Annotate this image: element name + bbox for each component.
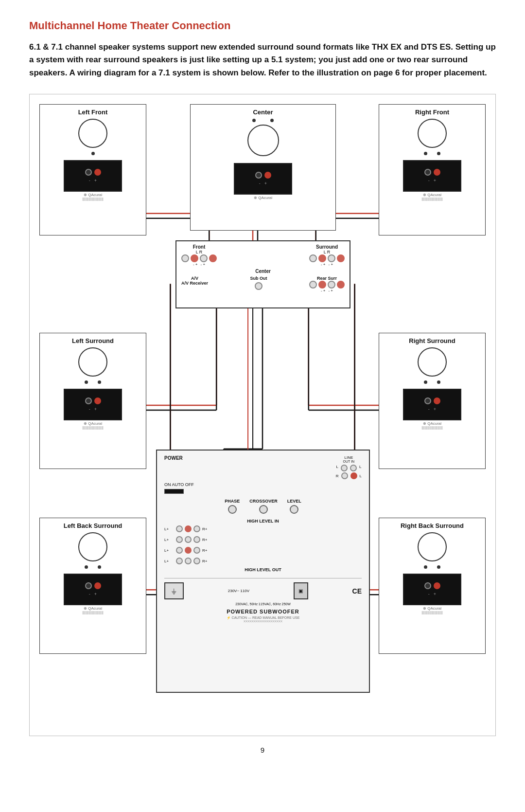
surr-r-terminal: [328, 254, 335, 262]
sub-line-r2: [350, 472, 357, 479]
center-crossover: - +: [234, 163, 292, 195]
ls-dots: [85, 380, 101, 384]
rs-crossover: - +: [403, 389, 461, 420]
left-front-dots: [91, 152, 95, 155]
hli-9: [193, 547, 200, 554]
r-line-label: R: [336, 474, 339, 478]
c-pos: +: [264, 181, 267, 186]
crossover-label: CROSSOVER: [249, 499, 278, 504]
center-speaker: Center - + ⊕ QAcural: [190, 104, 336, 231]
powered-subwoofer: POWER LINE OUT IN L L R L: [156, 450, 370, 693]
right-front-speaker: Right Front - + ⊕ QAcural ||||||||||||||…: [379, 104, 486, 235]
right-back-surround-speaker: Right Back Surround - + ⊕ QAcural ||||||…: [379, 518, 486, 654]
lbs-cone: [78, 532, 107, 561]
front-polarity: - + - +: [193, 262, 205, 267]
rf-terminal-2: [434, 169, 440, 176]
rs-dots: [424, 380, 440, 384]
front-l-red: [191, 254, 198, 262]
hli-8: [185, 547, 192, 554]
left-back-surround-speaker: Left Back Surround - + ⊕ QAcural |||||||…: [39, 518, 146, 654]
ls-crossover: - +: [64, 389, 122, 420]
hli-1: [176, 525, 183, 532]
surr-l-red: [318, 254, 326, 262]
lf-terminal-1: [85, 169, 92, 176]
left-front-crossover: - +: [64, 160, 122, 192]
c-terminal-2: [264, 172, 271, 179]
hli-5: [185, 536, 192, 543]
surround-section-label: Surround: [316, 244, 338, 250]
ls-model: ||||||||||||||||||||||||: [82, 426, 104, 429]
led-indicator: [164, 489, 184, 494]
voltage-label: 230V~ 110V: [228, 589, 249, 593]
rear-r-red: [337, 281, 345, 289]
ce-mark: CE: [352, 587, 362, 595]
rbs-brand: ⊕ QAcural: [423, 606, 441, 611]
rf-brand: ⊕ QAcural: [423, 193, 441, 197]
level-label: LEVEL: [287, 499, 301, 504]
level-knob: [290, 505, 298, 514]
rbs-dots: [424, 565, 440, 569]
lf-neg: -: [89, 178, 90, 183]
r-line-label2: L: [360, 474, 362, 478]
right-front-dots: [424, 152, 440, 155]
surr-polarity: - + - +: [321, 262, 333, 267]
right-front-label: Right Front: [415, 108, 449, 116]
sub-controls: POWER LINE OUT IN L L R L: [157, 451, 369, 628]
lbs-dots: [85, 565, 101, 569]
wiring-diagram: Left Front - + ⊕ QAcural |||||||||||||||…: [29, 94, 496, 736]
hli-12: [193, 558, 200, 564]
hli-10: [176, 558, 183, 564]
page-title: Multichannel Home Theater Connection: [29, 19, 496, 32]
front-r-label: R: [199, 250, 203, 254]
center-dot-2: [270, 119, 274, 122]
powered-subwoofer-label: POWERED SUBWOOFER: [164, 609, 362, 614]
rbs-t1: [424, 582, 431, 589]
sub-serial: XXXXXXXXXXXXXXXXXXXX: [164, 620, 362, 623]
left-front-cone: [78, 119, 107, 148]
rbs-cone: [418, 532, 447, 561]
surr-r-red: [337, 254, 345, 262]
left-front-speaker: Left Front - + ⊕ QAcural |||||||||||||||…: [39, 104, 146, 235]
rf-dot-2: [437, 152, 440, 155]
hli-6: [193, 536, 200, 543]
sub-out-label: Sub Out: [250, 276, 267, 281]
ls-t1: [85, 397, 92, 404]
right-front-crossover: - +: [403, 160, 461, 192]
out-in-label: OUT IN: [343, 460, 355, 463]
lbs-brand: ⊕ QAcural: [84, 606, 102, 611]
right-front-cone: [418, 119, 447, 148]
lbs-t2: [94, 582, 101, 589]
ls-dot-2: [98, 380, 101, 384]
c-brand: ⊕ QAcural: [254, 196, 272, 200]
left-front-label: Left Front: [78, 108, 108, 116]
rbs-crossover: - +: [403, 574, 461, 605]
power-label: POWER: [164, 455, 183, 461]
surr-l-terminal: [309, 254, 317, 262]
lbs-dot-1: [85, 565, 88, 569]
hli-7: [176, 547, 183, 554]
rs-dot-1: [424, 380, 427, 384]
rf-neg: -: [428, 178, 430, 183]
rear-l-red: [318, 281, 326, 289]
hli-2: [185, 525, 192, 532]
sub-warning: ⚡ CAUTION — READ MANUAL BEFORE USE: [164, 616, 362, 620]
center-dot-1: [252, 119, 256, 122]
right-surround-speaker: Right Surround - + ⊕ QAcural |||||||||||…: [379, 333, 486, 469]
right-surround-label: Right Surround: [409, 337, 455, 344]
line-label: LINE: [344, 455, 353, 460]
page-number: 9: [29, 746, 496, 754]
rear-polarity: - + - +: [321, 289, 333, 293]
rf-terminal-1: [424, 169, 431, 176]
c-neg: -: [259, 181, 261, 186]
left-front-dot-1: [91, 152, 95, 155]
left-surround-speaker: Left Surround - + ⊕ QAcural ||||||||||||…: [39, 333, 146, 469]
rf-pos: +: [434, 178, 436, 183]
lf-brand: ⊕ QAcural: [84, 193, 102, 197]
fuse-holder: ▣: [294, 582, 308, 599]
sub-out-terminal: [255, 282, 262, 290]
av-receiver-label: A/V Receiver: [181, 281, 208, 286]
rbs-dot-1: [424, 565, 427, 569]
sub-line-l: [341, 465, 348, 471]
av-receiver: Front L R - + - + Surround: [175, 240, 350, 308]
rs-cone: [418, 347, 447, 377]
